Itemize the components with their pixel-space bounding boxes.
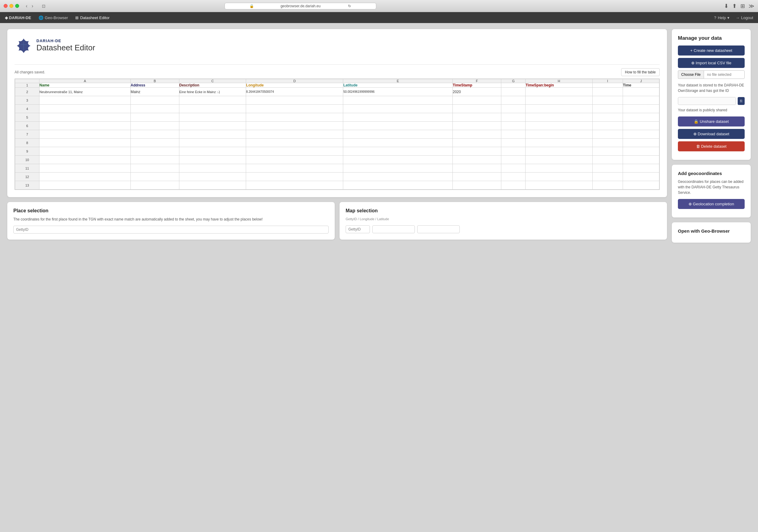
dataset-id-field[interactable]: EAEA0-145D-4376-477E <box>678 97 736 105</box>
address-bar[interactable]: 🔒 geobrowser.de.dariah.eu ↻ <box>224 3 376 9</box>
getty-id-input[interactable] <box>13 226 328 234</box>
description-cell-2[interactable]: Eine feine Ecke in Mainz :-) <box>179 88 246 96</box>
table-row: 5 <box>15 113 659 122</box>
latitude-cell-2[interactable]: 50.0024961999999996 <box>343 88 453 96</box>
longitude-cell-2[interactable]: 8.264418470500074 <box>246 88 343 96</box>
table-row: 11 <box>15 164 659 173</box>
open-geobrowser-title: Open with Geo-Browser <box>678 228 745 234</box>
logout-link[interactable]: → Logout <box>736 16 753 20</box>
add-geocoordinates-desc: Geocoordinates for places can be added w… <box>678 179 745 195</box>
timestamp-header-cell[interactable]: TimeStamp <box>452 83 501 88</box>
close-traffic-light[interactable] <box>4 4 8 8</box>
dataset-info-text: Your dataset is stored to the DARIAH-DE … <box>678 83 745 93</box>
col-f-header[interactable]: F <box>452 79 501 83</box>
choose-file-button[interactable]: Choose File <box>678 70 704 79</box>
table-row: 13 <box>15 181 659 189</box>
minimize-traffic-light[interactable] <box>9 4 13 8</box>
help-chevron-icon: ▾ <box>727 16 730 20</box>
col-e-header[interactable]: E <box>343 79 453 83</box>
timestamp-cell-2[interactable]: 2020 <box>452 88 501 96</box>
sidebar-item-geobrowser[interactable]: 🌐 Geo-Browser <box>39 16 68 20</box>
col-b-header[interactable]: B <box>130 79 179 83</box>
forward-button[interactable]: › <box>30 3 35 9</box>
table-row: 3 <box>15 96 659 105</box>
g2-cell[interactable] <box>501 88 526 96</box>
logo-area: DARIAH-DE Datasheet Editor <box>15 36 660 54</box>
table-row: 12 <box>15 173 659 181</box>
back-button[interactable]: ‹ <box>24 3 29 9</box>
tab-layout-button[interactable]: ⊡ <box>40 3 47 9</box>
col-d-header[interactable]: D <box>246 79 343 83</box>
fill-table-button[interactable]: How to fill the table <box>621 68 660 76</box>
share-icon-btn[interactable]: ⬆ <box>732 3 737 9</box>
col-a-header[interactable]: A <box>39 79 130 83</box>
table-row: 10 <box>15 155 659 164</box>
col-i-header[interactable]: I <box>592 79 623 83</box>
main-container: DARIAH-DE Datasheet Editor All changes s… <box>0 23 758 532</box>
left-panel: DARIAH-DE Datasheet Editor All changes s… <box>7 29 667 526</box>
description-header-cell[interactable]: Description <box>179 83 246 88</box>
maximize-traffic-light[interactable] <box>15 4 19 8</box>
add-geocoordinates-title: Add geocoordinates <box>678 171 745 176</box>
timespanbegin-header-cell[interactable]: TimeSpan:begin <box>526 83 592 88</box>
i2-cell[interactable] <box>592 88 623 96</box>
brand-link[interactable]: ◆ DARIAH-DE <box>5 16 31 20</box>
download-icon-btn[interactable]: ⬇ <box>724 3 729 9</box>
name-header-cell[interactable]: Name <box>39 83 130 88</box>
timespanend-header-cell[interactable] <box>592 83 623 88</box>
copy-id-button[interactable]: ⎘ <box>738 97 745 105</box>
g-header-cell[interactable] <box>501 83 526 88</box>
name-cell-2[interactable]: Neubrunnenstraße 11, Mainz <box>39 88 130 96</box>
spreadsheet-container[interactable]: A B C D E F G H I J <box>15 79 660 190</box>
address-header-cell[interactable]: Address <box>130 83 179 88</box>
col-j-header[interactable]: J <box>623 79 659 83</box>
titlebar: ‹ › ⊡ 🔒 geobrowser.de.dariah.eu ↻ ⬇ ⬆ ⊞ … <box>0 0 758 12</box>
col-g-header[interactable]: G <box>501 79 526 83</box>
timespanbegin-cell-2[interactable] <box>526 88 592 96</box>
extend-icon-btn[interactable]: ≫ <box>749 3 754 9</box>
map-selection-inputs: 8.26441847050007 50.0024961999999 <box>346 225 661 233</box>
longitude-header-cell[interactable]: Longitude <box>246 83 343 88</box>
menubar-right: ? Help ▾ → Logout <box>714 16 753 20</box>
j2-cell[interactable] <box>623 88 659 96</box>
col-header-row: A B C D E F G H I J <box>15 79 659 83</box>
toolbar-right: ⬇ ⬆ ⊞ ≫ <box>724 3 754 9</box>
map-longitude-input[interactable]: 8.26441847050007 <box>372 225 415 233</box>
manage-data-title: Manage your data <box>678 35 745 41</box>
table-row: 8 <box>15 139 659 147</box>
address-cell-2[interactable]: Mainz <box>130 88 179 96</box>
right-panel: Manage your data + Create new datasheet … <box>672 29 751 526</box>
manage-data-card: Manage your data + Create new datasheet … <box>672 29 751 160</box>
traffic-lights <box>4 4 19 8</box>
map-latitude-input[interactable]: 50.0024961999999 <box>417 225 460 233</box>
globe-icon: 🌐 <box>39 16 43 20</box>
help-link[interactable]: ? Help ▾ <box>714 16 730 20</box>
file-upload-row: Choose File no file selected <box>678 70 745 79</box>
col-c-header[interactable]: C <box>179 79 246 83</box>
help-label: Help <box>718 16 726 20</box>
create-datasheet-button[interactable]: + Create new datasheet <box>678 46 745 55</box>
col-h-header[interactable]: H <box>526 79 592 83</box>
table-row: 6 <box>15 122 659 130</box>
map-selection-title: Map selection <box>346 208 661 214</box>
table-row: 7 <box>15 130 659 139</box>
open-geobrowser-card: Open with Geo-Browser <box>672 222 751 243</box>
j1-cell[interactable]: Time <box>623 83 659 88</box>
url-text: geobrowser.de.dariah.eu <box>277 4 324 8</box>
dataset-id-row: EAEA0-145D-4376-477E ⎘ <box>678 97 745 105</box>
delete-dataset-button[interactable]: 🗑 Delete dataset <box>678 141 745 151</box>
reload-icon[interactable]: ↻ <box>326 4 373 8</box>
fullscreen-icon-btn[interactable]: ⊞ <box>741 3 745 9</box>
table-row: 9 <box>15 147 659 155</box>
lock-icon: 🔒 <box>228 4 275 8</box>
unshare-dataset-button[interactable]: 🔒 Unshare dataset <box>678 116 745 126</box>
download-dataset-button[interactable]: ⊕ Download dataset <box>678 129 745 139</box>
spreadsheet-table: A B C D E F G H I J <box>15 79 659 189</box>
sidebar-item-datasheet-editor[interactable]: ⊞ Datasheet Editor <box>75 16 110 20</box>
import-csv-button[interactable]: ⊕ Import local CSV file <box>678 58 745 68</box>
row-1-header: 1 <box>15 83 39 88</box>
shared-status-text: Your dataset is publicly shared <box>678 107 745 113</box>
map-getty-id-input[interactable] <box>346 225 370 233</box>
latitude-header-cell[interactable]: Latitude <box>343 83 453 88</box>
geolocation-completion-button[interactable]: ⊕ Geolocation completion <box>678 199 745 209</box>
